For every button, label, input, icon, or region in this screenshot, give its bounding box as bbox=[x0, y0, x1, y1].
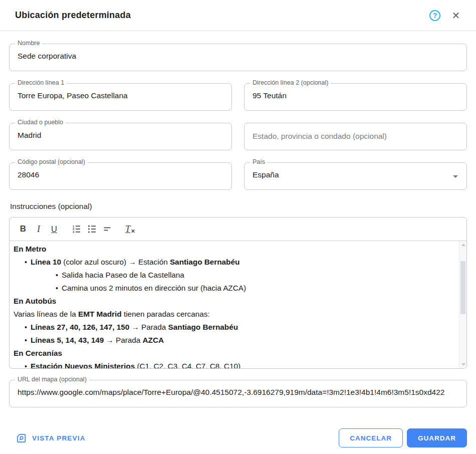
name-field-label: Nombre bbox=[15, 40, 42, 47]
editor-content-wrap: En Metro•Línea 10 (color azul oscuro) → … bbox=[10, 241, 466, 368]
city-field-label: Ciudad o pueblo bbox=[15, 119, 66, 126]
address-line2-field[interactable]: Dirección línea 2 (opcional) 95 Teután bbox=[244, 83, 467, 111]
map-url-label: URL del mapa (opcional) bbox=[15, 376, 89, 383]
chevron-down-icon bbox=[453, 175, 458, 178]
country-select[interactable]: País España bbox=[244, 162, 467, 190]
editor-scrollbar[interactable] bbox=[459, 241, 466, 368]
editor-line: •Camina unos 2 minutos en dirección sur … bbox=[14, 282, 451, 295]
bold-icon[interactable]: B bbox=[17, 221, 30, 237]
preview-button-label: VISTA PREVIA bbox=[32, 434, 86, 442]
editor-line: •Salida hacia Paseo de la Castellana bbox=[14, 269, 451, 282]
clear-format-icon[interactable]: T✕ bbox=[124, 221, 137, 237]
postal-code-field[interactable]: Código postal (opcional) 28046 bbox=[9, 162, 232, 190]
editor-line: En Autobús bbox=[14, 295, 451, 308]
instructions-label: Instrucciones (opcional) bbox=[10, 202, 467, 211]
editor-line: En Metro bbox=[14, 243, 451, 256]
name-field-value: Sede corporativa bbox=[10, 44, 466, 61]
dialog-body: Nombre Sede corporativa Dirección línea … bbox=[0, 31, 476, 447]
postal-code-label: Código postal (opcional) bbox=[15, 158, 88, 165]
name-field[interactable]: Nombre Sede corporativa bbox=[9, 44, 467, 71]
row-map-url: URL del mapa (opcional) https://www.goog… bbox=[9, 380, 467, 407]
editor-line: •Línea 10 (color azul oscuro) → Estación… bbox=[14, 256, 451, 269]
underline-icon[interactable]: U bbox=[48, 221, 61, 237]
instructions-editor: B I U 1 2 3 bbox=[9, 217, 467, 369]
country-select-value: España bbox=[245, 163, 466, 179]
default-location-dialog: Ubicación predeterminada ? ✕ Nombre Sede… bbox=[0, 0, 476, 454]
dialog-header: Ubicación predeterminada ? ✕ bbox=[0, 0, 476, 31]
editor-content[interactable]: En Metro•Línea 10 (color azul oscuro) → … bbox=[10, 241, 466, 368]
row-city-state: Ciudad o pueblo Madrid Estado, provincia… bbox=[9, 123, 467, 150]
editor-toolbar: B I U 1 2 3 bbox=[10, 217, 466, 241]
editor-line: •Líneas 5, 14, 43, 149 → Parada AZCA bbox=[14, 334, 451, 347]
preview-document-search-icon bbox=[16, 433, 27, 443]
address-line2-label: Dirección línea 2 (opcional) bbox=[250, 79, 331, 86]
page-title: Ubicación predeterminada bbox=[15, 10, 428, 21]
editor-line: En Cercanías bbox=[14, 347, 451, 360]
close-button[interactable]: ✕ bbox=[449, 9, 463, 23]
state-field[interactable]: Estado, provincia o condado (opcional) bbox=[244, 123, 467, 150]
bullet-list-icon[interactable] bbox=[86, 221, 99, 237]
scrollbar-thumb[interactable] bbox=[460, 261, 465, 314]
cancel-button[interactable]: CANCELAR bbox=[339, 428, 403, 447]
align-icon[interactable] bbox=[101, 221, 114, 237]
row-zip-country: Código postal (opcional) 28046 País Espa… bbox=[9, 162, 467, 190]
scroll-down-icon[interactable] bbox=[461, 363, 465, 366]
svg-text:3: 3 bbox=[73, 231, 75, 234]
ordered-list-icon[interactable]: 1 2 3 bbox=[70, 221, 83, 237]
row-address: Dirección línea 1 Torre Europa, Paseo Ca… bbox=[9, 83, 467, 111]
address-line1-label: Dirección línea 1 bbox=[15, 79, 67, 86]
italic-icon[interactable]: I bbox=[32, 221, 45, 237]
help-icon: ? bbox=[429, 10, 440, 21]
address-line1-field[interactable]: Dirección línea 1 Torre Europa, Paseo Ca… bbox=[9, 83, 232, 111]
help-button[interactable]: ? bbox=[428, 9, 442, 23]
state-field-placeholder: Estado, provincia o condado (opcional) bbox=[245, 123, 466, 141]
preview-button[interactable]: VISTA PREVIA bbox=[16, 433, 86, 443]
country-select-label: País bbox=[250, 158, 268, 165]
map-url-field[interactable]: URL del mapa (opcional) https://www.goog… bbox=[9, 380, 467, 407]
scroll-up-icon[interactable] bbox=[461, 244, 465, 246]
city-field[interactable]: Ciudad o pueblo Madrid bbox=[9, 123, 232, 150]
editor-line: •Estación Nuevos Ministerios (C1, C2, C3… bbox=[14, 360, 451, 368]
dialog-footer: VISTA PREVIA CANCELAR GUARDAR bbox=[9, 428, 467, 447]
editor-line: Varias líneas de la EMT Madrid tienen pa… bbox=[14, 308, 451, 321]
editor-line: •Líneas 27, 40, 126, 147, 150 → Parada S… bbox=[14, 321, 451, 334]
close-icon: ✕ bbox=[452, 11, 460, 21]
row-name: Nombre Sede corporativa bbox=[9, 44, 467, 71]
save-button[interactable]: GUARDAR bbox=[407, 428, 467, 447]
